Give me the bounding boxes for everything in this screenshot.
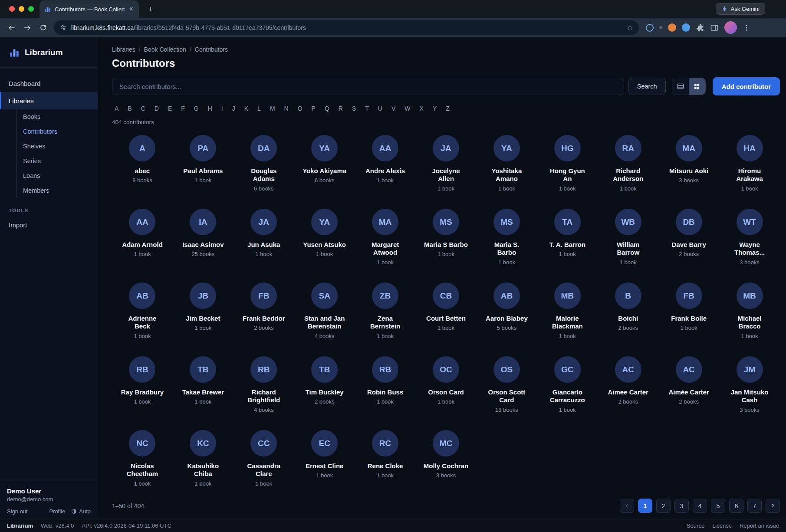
contributor-card[interactable]: OC Orson Card 1 book <box>416 356 477 420</box>
contributor-card[interactable]: AC Aimee Carter 2 books <box>598 356 658 420</box>
bookmark-star-icon[interactable]: ☆ <box>627 23 633 32</box>
source-link[interactable]: Source <box>687 522 704 529</box>
pagination-page-button[interactable]: 2 <box>656 499 671 513</box>
contributor-card[interactable]: A abec 9 books <box>112 135 173 198</box>
alphabet-letter[interactable]: R <box>339 105 343 112</box>
contributor-card[interactable]: PA Paul Abrams 1 book <box>173 135 233 198</box>
contributor-card[interactable]: YA Yoshitaka Amano 1 book <box>476 135 537 198</box>
search-input[interactable] <box>112 78 624 95</box>
alphabet-letter[interactable]: X <box>420 105 424 112</box>
contributor-card[interactable]: MS Maria S Barbo 1 book <box>416 209 477 272</box>
pagination-page-button[interactable]: 7 <box>747 499 762 513</box>
contributor-card[interactable]: FB Frank Beddor 2 books <box>233 282 294 346</box>
address-bar[interactable]: librarium.k8s.firekatt.ca/libraries/b512… <box>54 20 639 35</box>
contributor-card[interactable]: AA Andre Alexis 1 book <box>355 135 416 198</box>
alphabet-letter[interactable]: N <box>284 105 289 112</box>
alphabet-letter[interactable]: U <box>378 105 382 112</box>
pagination-page-button[interactable]: 3 <box>674 499 689 513</box>
alphabet-letter[interactable]: G <box>194 105 199 112</box>
extension-icon-2[interactable] <box>659 26 662 29</box>
alphabet-letter[interactable]: A <box>115 105 118 112</box>
pagination-page-button[interactable]: 5 <box>711 499 725 513</box>
sidebar-item-import[interactable]: Import <box>0 216 98 233</box>
contributor-card[interactable]: YA Yusen Atsuko 1 book <box>294 209 355 272</box>
contributor-card[interactable]: AC Aimée Carter 2 books <box>658 356 719 420</box>
contributor-card[interactable]: OS Orson Scott Card 18 books <box>476 356 537 420</box>
alphabet-letter[interactable]: S <box>352 105 356 112</box>
alphabet-letter[interactable]: L <box>257 105 261 112</box>
contributor-card[interactable]: B Boichi 2 books <box>598 282 658 346</box>
contributor-card[interactable]: EC Ernest Cline 1 book <box>294 430 355 493</box>
contributor-card[interactable]: HA Hiromu Arakawa 1 book <box>719 135 780 198</box>
zoom-window-button[interactable] <box>28 6 34 12</box>
contributor-card[interactable]: JB Jim Becket 1 book <box>173 282 233 346</box>
contributor-card[interactable]: YA Yoko Akiyama 6 books <box>294 135 355 198</box>
contributor-card[interactable]: MA Margaret Atwood 1 book <box>355 209 416 272</box>
add-contributor-button[interactable]: Add contributor <box>713 77 780 95</box>
alphabet-letter[interactable]: I <box>221 105 223 112</box>
sidebar-item-members[interactable]: Members <box>16 183 98 198</box>
contributor-card[interactable]: MS Maria S. Barbo 1 book <box>476 209 537 272</box>
sign-out-link[interactable]: Sign out <box>7 508 28 515</box>
alphabet-letter[interactable]: D <box>155 105 159 112</box>
alphabet-letter[interactable]: F <box>181 105 185 112</box>
sidebar-item-series[interactable]: Series <box>16 154 98 168</box>
contributor-card[interactable]: RA Richard Anderson 1 book <box>598 135 658 198</box>
profile-link[interactable]: Profile <box>49 508 65 515</box>
pagination-page-button[interactable]: 1 <box>638 499 652 513</box>
contributor-card[interactable]: CB Court Betten 1 book <box>416 282 477 346</box>
contributor-card[interactable]: AB Aaron Blabey 5 books <box>476 282 537 346</box>
ask-gemini-button[interactable]: Ask Gemini <box>716 3 765 15</box>
browser-tab[interactable]: Contributors — Book Collecti × <box>39 0 139 18</box>
alphabet-letter[interactable]: Y <box>433 105 437 112</box>
contributor-card[interactable]: WT Wayne Thomas... 3 books <box>719 209 780 272</box>
breadcrumb-link-libraries[interactable]: Libraries <box>112 46 135 53</box>
pagination-page-button[interactable]: 4 <box>693 499 707 513</box>
contributor-card[interactable]: JM Jan Mitsuko Cash 3 books <box>719 356 780 420</box>
site-settings-icon[interactable] <box>59 24 67 31</box>
reload-button[interactable] <box>36 20 50 35</box>
forward-button[interactable] <box>20 20 35 35</box>
contributor-card[interactable]: MA Mitsuru Aoki 3 books <box>658 135 719 198</box>
profile-avatar[interactable] <box>724 21 737 34</box>
minimize-window-button[interactable] <box>19 6 24 12</box>
extension-icon-3[interactable] <box>668 23 676 32</box>
app-logo[interactable]: Librarium <box>0 37 98 68</box>
pagination-prev-button[interactable]: ‹ <box>620 499 634 513</box>
contributor-card[interactable]: MC Molly Cochran 3 books <box>416 430 477 493</box>
close-window-button[interactable] <box>9 6 15 12</box>
sidebar-item-shelves[interactable]: Shelves <box>16 139 98 154</box>
contributor-card[interactable]: GC Giancarlo Carracuzzo 1 book <box>537 356 598 420</box>
contributor-card[interactable]: CC Cassandra Clare 1 book <box>233 430 294 493</box>
contributor-card[interactable]: RC Rene Cloke 1 book <box>355 430 416 493</box>
report-issue-link[interactable]: Report an issue <box>740 522 779 529</box>
contributor-card[interactable]: IA Isaac Asimov 25 books <box>173 209 233 272</box>
contributor-card[interactable]: WB William Barrow 1 book <box>598 209 658 272</box>
alphabet-letter[interactable]: Q <box>325 105 329 112</box>
contributor-card[interactable]: JA Jocelyne Allen 1 book <box>416 135 477 198</box>
contributor-card[interactable]: NC Nicolas Cheetham 1 book <box>112 430 173 493</box>
contributor-card[interactable]: KC Katsuhiko Chiba 1 book <box>173 430 233 493</box>
search-button[interactable]: Search <box>628 78 666 95</box>
contributor-card[interactable]: RB Ray Bradbury 1 book <box>112 356 173 420</box>
contributor-card[interactable]: ZB Zena Bernstein 1 book <box>355 282 416 346</box>
alphabet-letter[interactable]: C <box>141 105 145 112</box>
contributor-card[interactable]: AA Adam Arnold 1 book <box>112 209 173 272</box>
theme-toggle[interactable]: Auto <box>71 508 91 515</box>
sidebar-item-books[interactable]: Books <box>16 109 98 124</box>
alphabet-letter[interactable]: M <box>270 105 275 112</box>
tab-close-icon[interactable]: × <box>128 6 134 13</box>
alphabet-letter[interactable]: T <box>365 105 369 112</box>
contributor-card[interactable]: TB Tim Buckley 2 books <box>294 356 355 420</box>
alphabet-letter[interactable]: E <box>168 105 172 112</box>
contributor-card[interactable]: FB Frank Bolle 1 book <box>658 282 719 346</box>
table-view-button[interactable] <box>672 78 689 95</box>
alphabet-letter[interactable]: J <box>232 105 235 112</box>
sidebar-item-libraries[interactable]: Libraries <box>0 92 98 109</box>
contributor-card[interactable]: HG Hong Gyun An 1 book <box>537 135 598 198</box>
alphabet-letter[interactable]: V <box>391 105 395 112</box>
contributor-card[interactable]: SA Stan and Jan Berenstain 4 books <box>294 282 355 346</box>
sidebar-item-contributors[interactable]: Contributors <box>16 124 98 139</box>
contributor-card[interactable]: AB Adrienne Beck 1 book <box>112 282 173 346</box>
sidebar-item-dashboard[interactable]: Dashboard <box>0 75 98 92</box>
